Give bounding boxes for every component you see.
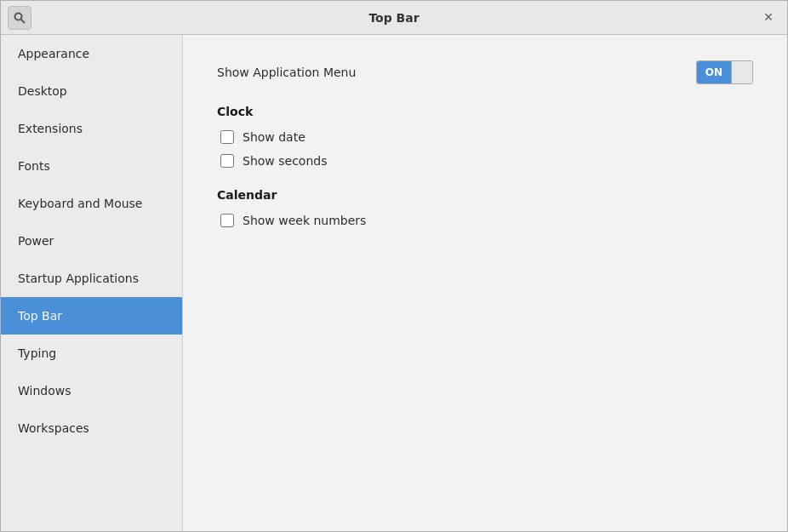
show-application-menu-row: Show Application Menu ON [217, 60, 753, 84]
sidebar-item-windows[interactable]: Windows [1, 372, 182, 409]
sidebar-item-top-bar[interactable]: Top Bar [1, 297, 182, 335]
show-week-numbers-checkbox[interactable] [220, 214, 234, 227]
show-seconds-row: Show seconds [220, 154, 753, 168]
close-button[interactable]: × [757, 6, 780, 30]
show-week-numbers-row: Show week numbers [220, 214, 753, 227]
main-window: Top Bar × AppearanceDesktopExtensionsFon… [0, 0, 788, 532]
show-seconds-label: Show seconds [243, 154, 327, 168]
show-week-numbers-label: Show week numbers [243, 214, 366, 227]
main-panel: Show Application Menu ON Clock Show date… [183, 35, 787, 531]
show-date-row: Show date [220, 130, 753, 144]
sidebar-item-appearance[interactable]: Appearance [1, 35, 182, 72]
search-button[interactable] [8, 6, 31, 30]
clock-section: Clock Show date Show seconds [217, 105, 753, 168]
svg-point-0 [15, 13, 22, 20]
clock-heading: Clock [217, 105, 753, 118]
content-area: AppearanceDesktopExtensionsFontsKeyboard… [1, 35, 787, 531]
show-seconds-checkbox[interactable] [220, 154, 234, 168]
calendar-heading: Calendar [217, 188, 753, 202]
sidebar-item-workspaces[interactable]: Workspaces [1, 409, 182, 447]
sidebar-item-startup-applications[interactable]: Startup Applications [1, 260, 182, 297]
calendar-section: Calendar Show week numbers [217, 188, 753, 227]
sidebar-item-keyboard-and-mouse[interactable]: Keyboard and Mouse [1, 185, 182, 222]
show-date-checkbox[interactable] [220, 130, 234, 144]
sidebar-item-power[interactable]: Power [1, 222, 182, 260]
svg-line-1 [21, 20, 25, 23]
sidebar-item-typing[interactable]: Typing [1, 335, 182, 372]
sidebar-item-extensions[interactable]: Extensions [1, 110, 182, 147]
window-title: Top Bar [368, 11, 419, 25]
show-date-label: Show date [243, 130, 305, 144]
sidebar-item-desktop[interactable]: Desktop [1, 72, 182, 110]
titlebar: Top Bar × [1, 1, 787, 35]
sidebar: AppearanceDesktopExtensionsFontsKeyboard… [1, 35, 183, 531]
toggle-on-label: ON [697, 61, 731, 83]
sidebar-item-fonts[interactable]: Fonts [1, 147, 182, 185]
toggle-off-label [731, 61, 752, 83]
application-menu-toggle[interactable]: ON [696, 60, 753, 84]
show-application-menu-label: Show Application Menu [217, 66, 356, 79]
